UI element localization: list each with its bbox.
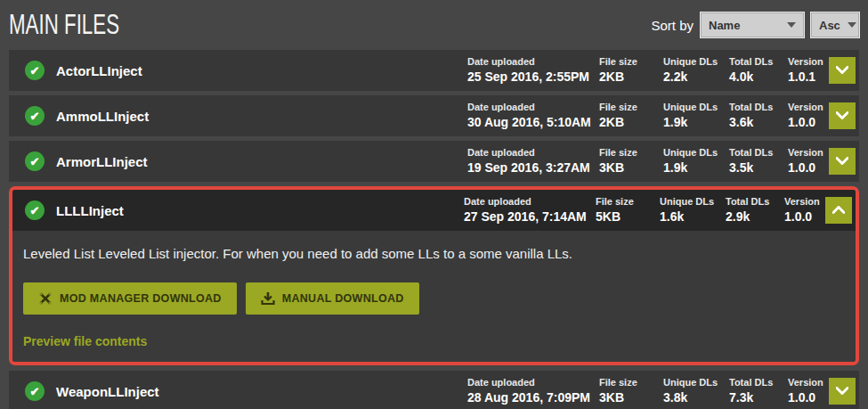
download-buttons: MOD MANAGER DOWNLOAD MANUAL DOWNLOAD bbox=[23, 282, 843, 315]
col-label-date: Date uploaded bbox=[467, 55, 599, 69]
total-value: 4.0k bbox=[729, 69, 788, 86]
col-label-total: Total DLs bbox=[729, 55, 788, 69]
chevron-down-icon bbox=[836, 66, 848, 74]
date-value: 30 Aug 2016, 5:10AM bbox=[467, 114, 599, 131]
col-label-date: Date uploaded bbox=[464, 195, 596, 209]
file-row-ammollinject[interactable]: ✔ AmmoLLInject Date uploaded30 Aug 2016,… bbox=[9, 95, 859, 136]
chevron-down-icon bbox=[836, 387, 848, 395]
file-row-weaponllinject[interactable]: ✔ WeaponLLInject Date uploaded28 Aug 201… bbox=[9, 371, 859, 409]
date-value: 28 Aug 2016, 7:09PM bbox=[467, 389, 599, 406]
check-circle-icon: ✔ bbox=[25, 61, 45, 80]
page-title: MAIN FILES bbox=[9, 9, 119, 41]
file-stats: Date uploaded19 Sep 2016, 3:27AM File si… bbox=[467, 146, 856, 176]
sort-direction-dropdown[interactable]: Asc bbox=[811, 12, 859, 37]
col-label-date: Date uploaded bbox=[467, 101, 599, 114]
size-value: 3KB bbox=[599, 160, 663, 176]
version-value: 1.0.0 bbox=[788, 160, 829, 176]
file-description: Leveled List Leveled List injector. For … bbox=[23, 246, 843, 261]
sort-field-dropdown[interactable]: Name bbox=[701, 12, 804, 37]
sort-field-value: Name bbox=[709, 19, 740, 32]
expanded-file-section: ✔ LLLLInject Date uploaded27 Sep 2016, 7… bbox=[9, 186, 859, 365]
mod-manager-download-label: MOD MANAGER DOWNLOAD bbox=[60, 292, 222, 305]
check-circle-icon: ✔ bbox=[25, 151, 45, 171]
total-value: 2.9k bbox=[726, 209, 784, 225]
file-name: LLLLInject bbox=[56, 203, 464, 218]
check-circle-icon: ✔ bbox=[25, 106, 45, 126]
col-label-unique: Unique DLs bbox=[663, 146, 729, 160]
col-label-total: Total DLs bbox=[729, 376, 788, 389]
sort-direction-value: Asc bbox=[819, 19, 840, 32]
date-value: 27 Sep 2016, 7:14AM bbox=[464, 209, 596, 225]
version-value: 1.0.1 bbox=[788, 69, 829, 86]
unique-value: 2.2k bbox=[663, 69, 729, 86]
total-value: 3.5k bbox=[729, 160, 788, 176]
file-stats: Date uploaded27 Sep 2016, 7:14AM File si… bbox=[464, 195, 852, 225]
col-label-size: File size bbox=[599, 376, 663, 389]
version-value: 1.0.0 bbox=[788, 389, 829, 406]
collapse-button[interactable] bbox=[825, 197, 852, 224]
file-name: ArmorLLInject bbox=[56, 154, 467, 169]
unique-value: 1.6k bbox=[660, 209, 726, 225]
file-details: Leveled List Leveled List injector. For … bbox=[12, 231, 856, 362]
unique-value: 1.9k bbox=[663, 114, 729, 131]
col-label-size: File size bbox=[596, 195, 660, 209]
col-label-date: Date uploaded bbox=[467, 376, 599, 389]
col-label-version: Version bbox=[784, 195, 825, 209]
sort-by-label: Sort by bbox=[651, 18, 694, 33]
version-value: 1.0.0 bbox=[784, 209, 825, 225]
expand-button[interactable] bbox=[829, 57, 856, 84]
preview-file-contents-link[interactable]: Preview file contents bbox=[23, 334, 147, 348]
col-label-date: Date uploaded bbox=[467, 146, 599, 160]
total-value: 7.3k bbox=[729, 389, 788, 406]
expand-button[interactable] bbox=[829, 102, 856, 129]
col-label-total: Total DLs bbox=[726, 195, 784, 209]
chevron-down-icon bbox=[836, 111, 848, 119]
chevron-down-icon bbox=[836, 157, 848, 165]
expand-button[interactable] bbox=[829, 378, 856, 405]
version-value: 1.0.0 bbox=[788, 114, 829, 131]
col-label-size: File size bbox=[599, 101, 663, 114]
col-label-size: File size bbox=[599, 55, 663, 69]
date-value: 25 Sep 2016, 2:55PM bbox=[467, 69, 599, 86]
size-value: 5KB bbox=[596, 209, 660, 225]
mod-manager-download-button[interactable]: MOD MANAGER DOWNLOAD bbox=[23, 282, 237, 315]
col-label-version: Version bbox=[788, 101, 829, 114]
chevron-down-icon bbox=[848, 22, 856, 28]
download-tray-icon bbox=[261, 291, 275, 306]
size-value: 3KB bbox=[599, 389, 663, 406]
unique-value: 1.9k bbox=[663, 160, 729, 176]
header-bar: MAIN FILES Sort by Name Asc bbox=[9, 0, 859, 50]
crossed-wrenches-icon bbox=[38, 291, 53, 306]
col-label-version: Version bbox=[788, 146, 829, 160]
file-name: ActorLLInject bbox=[56, 63, 467, 78]
col-label-version: Version bbox=[788, 55, 829, 69]
col-label-unique: Unique DLs bbox=[663, 101, 729, 114]
unique-value: 3.8k bbox=[663, 389, 729, 406]
manual-download-label: MANUAL DOWNLOAD bbox=[282, 292, 404, 305]
expand-button[interactable] bbox=[829, 148, 856, 175]
col-label-total: Total DLs bbox=[729, 101, 788, 114]
file-name: AmmoLLInject bbox=[56, 109, 467, 124]
size-value: 2KB bbox=[599, 69, 663, 86]
col-label-unique: Unique DLs bbox=[663, 376, 729, 389]
file-stats: Date uploaded25 Sep 2016, 2:55PM File si… bbox=[467, 55, 856, 86]
col-label-unique: Unique DLs bbox=[660, 195, 726, 209]
date-value: 19 Sep 2016, 3:27AM bbox=[467, 160, 599, 176]
col-label-version: Version bbox=[788, 376, 829, 389]
file-row-armorllinject[interactable]: ✔ ArmorLLInject Date uploaded19 Sep 2016… bbox=[9, 141, 859, 182]
check-circle-icon: ✔ bbox=[25, 381, 45, 401]
size-value: 2KB bbox=[599, 114, 663, 131]
manual-download-button[interactable]: MANUAL DOWNLOAD bbox=[246, 282, 419, 315]
check-circle-icon: ✔ bbox=[25, 200, 45, 220]
file-row-llllinject[interactable]: ✔ LLLLInject Date uploaded27 Sep 2016, 7… bbox=[12, 190, 856, 231]
total-value: 3.6k bbox=[729, 114, 788, 131]
file-name: WeaponLLInject bbox=[56, 384, 467, 399]
main-files-panel: MAIN FILES Sort by Name Asc ✔ ActorLLInj… bbox=[0, 0, 868, 409]
file-row-actorllinject[interactable]: ✔ ActorLLInject Date uploaded25 Sep 2016… bbox=[9, 50, 859, 91]
col-label-size: File size bbox=[599, 146, 663, 160]
chevron-up-icon bbox=[832, 206, 845, 214]
col-label-unique: Unique DLs bbox=[663, 55, 729, 69]
chevron-down-icon bbox=[787, 22, 796, 28]
col-label-total: Total DLs bbox=[729, 146, 788, 160]
file-stats: Date uploaded28 Aug 2016, 7:09PM File si… bbox=[467, 376, 856, 406]
